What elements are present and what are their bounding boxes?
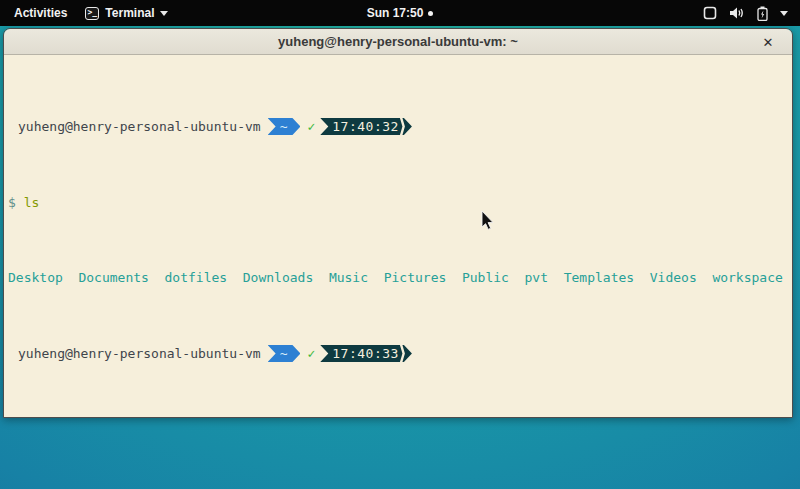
window-title: yuheng@henry-personal-ubuntu-vm: ~ — [278, 34, 518, 49]
prompt-symbol: $ — [8, 195, 16, 210]
directory-name: Videos — [650, 270, 697, 285]
close-icon[interactable]: ✕ — [758, 29, 778, 55]
prompt-user-host: yuheng@henry-personal-ubuntu-vm — [18, 119, 261, 134]
command-line: $ ls — [8, 195, 788, 210]
system-status-area[interactable] — [703, 6, 800, 21]
top-bar: Activities >_ Terminal Sun 17:50 — [0, 0, 800, 26]
volume-icon — [729, 6, 745, 20]
terminal-app-icon: >_ — [85, 7, 99, 20]
prompt-line: yuheng@henry-personal-ubuntu-vm ~ ✓ 17:4… — [8, 345, 788, 362]
prompt-line: yuheng@henry-personal-ubuntu-vm ~ ✓ 17:4… — [8, 118, 788, 135]
terminal-content[interactable]: yuheng@henry-personal-ubuntu-vm ~ ✓ 17:4… — [4, 55, 792, 418]
window-titlebar[interactable]: yuheng@henry-personal-ubuntu-vm: ~ ✕ — [4, 29, 792, 55]
prompt-time-segment: 17:40:33 — [320, 345, 412, 362]
prompt-cwd: ~ — [280, 119, 288, 134]
prompt-timestamp: 17:40:32 — [332, 119, 399, 134]
prompt-timestamp: 17:40:33 — [332, 346, 399, 361]
app-menu-terminal[interactable]: >_ Terminal — [85, 6, 168, 20]
directory-name: pvt — [525, 270, 548, 285]
directory-name: Documents — [78, 270, 148, 285]
chevron-down-icon — [780, 11, 788, 16]
directory-name: Desktop — [8, 270, 63, 285]
clock-button[interactable]: Sun 17:50 — [367, 6, 424, 20]
prompt-cwd-segment: ~ — [268, 345, 301, 362]
battery-charging-icon — [757, 6, 768, 21]
status-check-icon: ✓ — [307, 119, 315, 134]
activities-button[interactable]: Activities — [10, 4, 71, 22]
directory-name: Music — [329, 270, 368, 285]
directory-name: Templates — [564, 270, 634, 285]
directory-name: Public — [462, 270, 509, 285]
directory-name: Downloads — [243, 270, 313, 285]
prompt-cwd: ~ — [280, 346, 288, 361]
prompt-cwd-segment: ~ — [268, 118, 301, 135]
screencast-icon — [703, 6, 717, 20]
app-menu-label: Terminal — [105, 6, 154, 20]
directory-name: workspace — [712, 270, 782, 285]
prompt-time-segment: 17:40:32 — [320, 118, 412, 135]
chevron-down-icon — [160, 11, 168, 16]
terminal-window: yuheng@henry-personal-ubuntu-vm: ~ ✕ yuh… — [3, 28, 793, 418]
command-text: ls — [24, 195, 40, 210]
ls-output-line: DesktopDocumentsdotfilesDownloadsMusicPi… — [8, 270, 788, 285]
status-check-icon: ✓ — [307, 346, 315, 361]
prompt-user-host: yuheng@henry-personal-ubuntu-vm — [18, 346, 261, 361]
directory-name: Pictures — [384, 270, 447, 285]
directory-name: dotfiles — [165, 270, 228, 285]
notification-dot-icon — [428, 11, 433, 16]
